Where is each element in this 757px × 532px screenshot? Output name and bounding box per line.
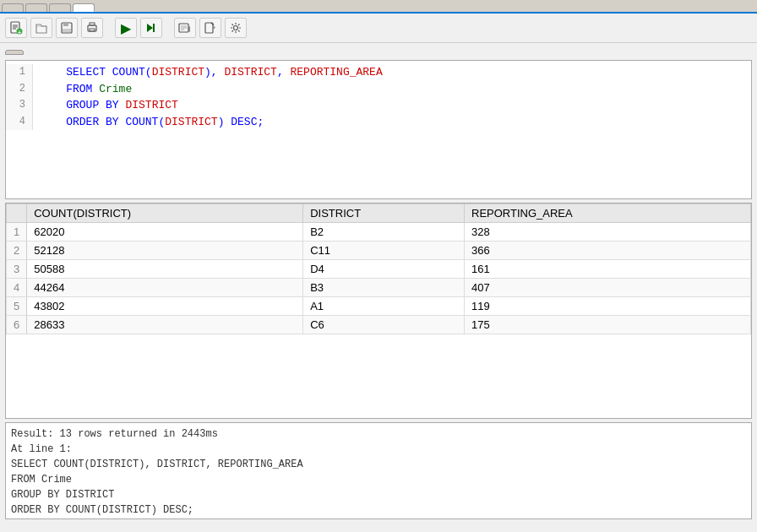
row-number: 6 [7, 316, 27, 334]
open-button[interactable] [30, 18, 52, 38]
line-code: GROUP BY DISTRICT [33, 97, 178, 114]
log-line: At line 1: [11, 442, 746, 457]
toolbar: + ▶ [0, 14, 757, 43]
skip-icon [144, 21, 158, 35]
sql-line: 4 ORDER BY COUNT(DISTRICT) DESC; [6, 114, 751, 131]
sql-line: 1 SELECT COUNT(DISTRICT), DISTRICT, REPO… [6, 64, 751, 81]
new-sql-button[interactable]: + [5, 18, 27, 38]
svg-rect-10 [90, 23, 95, 25]
table-cell: 407 [465, 279, 751, 297]
table-cell: 366 [465, 242, 751, 260]
row-number: 3 [7, 260, 27, 279]
sql-tab-bar [5, 48, 752, 57]
results-tbody: 162020B2328252128C11366350588D4161444264… [7, 223, 751, 334]
table-cell: 43802 [27, 297, 303, 316]
tab-execute-sql[interactable] [73, 3, 95, 12]
tab-edit-pragmas[interactable] [49, 3, 71, 12]
results-table: COUNT(DISTRICT)DISTRICTREPORTING_AREA 16… [6, 204, 751, 334]
row-number: 5 [7, 297, 27, 316]
line-code: ORDER BY COUNT(DISTRICT) DESC; [33, 114, 264, 131]
table-cell: 50588 [27, 260, 303, 279]
svg-text:+: + [18, 30, 21, 35]
table-cell: C11 [303, 242, 465, 260]
export-icon [204, 21, 217, 35]
svg-rect-18 [205, 23, 213, 33]
line-number: 4 [6, 114, 33, 131]
log-pane: Result: 13 rows returned in 2443msAt lin… [5, 422, 752, 519]
table-row: 350588D4161 [7, 260, 751, 279]
col-header-rownum [7, 204, 27, 223]
svg-point-19 [234, 26, 238, 30]
execute-next-button[interactable] [140, 18, 162, 38]
line-number: 1 [6, 64, 33, 81]
toolbar-sep-2 [166, 18, 171, 38]
print-icon [85, 21, 99, 35]
gear-icon [229, 21, 242, 35]
table-row: 162020B2328 [7, 223, 751, 242]
log-line: ORDER BY COUNT(DISTRICT) DESC; [11, 502, 746, 518]
sql-line: 2 FROM Crime [6, 81, 751, 98]
tab-bar [0, 0, 757, 14]
col-header: REPORTING_AREA [465, 204, 751, 223]
table-row: 444264B3407 [7, 279, 751, 297]
col-header: DISTRICT [303, 204, 465, 223]
row-number: 1 [7, 223, 27, 242]
tab-browse-data[interactable] [25, 3, 47, 12]
table-cell: 161 [465, 260, 751, 279]
log-line: FROM Crime [11, 472, 746, 487]
sql-line: 3 GROUP BY DISTRICT [6, 97, 751, 114]
save-button[interactable] [56, 18, 78, 38]
table-cell: 62020 [27, 223, 303, 242]
results-header-row: COUNT(DISTRICT)DISTRICTREPORTING_AREA [7, 204, 751, 223]
table-row: 252128C11366 [7, 242, 751, 260]
table-cell: 28633 [27, 316, 303, 334]
table-cell: 175 [465, 316, 751, 334]
results-scroll[interactable]: COUNT(DISTRICT)DISTRICTREPORTING_AREA 16… [6, 204, 751, 418]
line-code: FROM Crime [33, 81, 132, 98]
table-cell: B2 [303, 223, 465, 242]
save-icon [60, 21, 74, 35]
svg-rect-7 [63, 23, 68, 26]
open-icon [35, 21, 48, 35]
svg-marker-12 [147, 24, 153, 32]
table-cell: A1 [303, 297, 465, 316]
sql-editor[interactable]: 1 SELECT COUNT(DISTRICT), DISTRICT, REPO… [5, 60, 752, 199]
table-cell: C6 [303, 316, 465, 334]
execute-button[interactable]: ▶ [115, 18, 137, 38]
settings-button[interactable] [225, 18, 247, 38]
svg-rect-8 [63, 29, 71, 32]
sql-tab-1[interactable] [5, 50, 24, 55]
toolbar-sep-1 [106, 18, 112, 38]
line-number: 3 [6, 97, 33, 114]
print-button[interactable] [81, 18, 103, 38]
log-line: GROUP BY DISTRICT [11, 487, 746, 502]
row-number: 2 [7, 242, 27, 260]
table-cell: 44264 [27, 279, 303, 297]
main-area: 1 SELECT COUNT(DISTRICT), DISTRICT, REPO… [0, 43, 757, 524]
table-row: 628633C6175 [7, 316, 751, 334]
col-header: COUNT(DISTRICT) [27, 204, 303, 223]
table-cell: D4 [303, 260, 465, 279]
tab-database-structure[interactable] [2, 3, 24, 12]
line-number: 2 [6, 81, 33, 98]
svg-rect-11 [90, 29, 95, 31]
row-number: 4 [7, 279, 27, 297]
line-code: SELECT COUNT(DISTRICT), DISTRICT, REPORT… [33, 64, 383, 81]
log-line: SELECT COUNT(DISTRICT), DISTRICT, REPORT… [11, 457, 746, 472]
table-cell: 119 [465, 297, 751, 316]
table-cell: B3 [303, 279, 465, 297]
save-results-button[interactable] [174, 18, 196, 38]
log-line: Result: 13 rows returned in 2443ms [11, 426, 746, 442]
new-sql-icon: + [9, 21, 23, 35]
table-cell: 328 [465, 223, 751, 242]
save-results-icon [178, 21, 192, 35]
table-cell: 52128 [27, 242, 303, 260]
export-button[interactable] [199, 18, 221, 38]
results-pane: COUNT(DISTRICT)DISTRICTREPORTING_AREA 16… [5, 203, 752, 419]
table-row: 543802A1119 [7, 297, 751, 316]
